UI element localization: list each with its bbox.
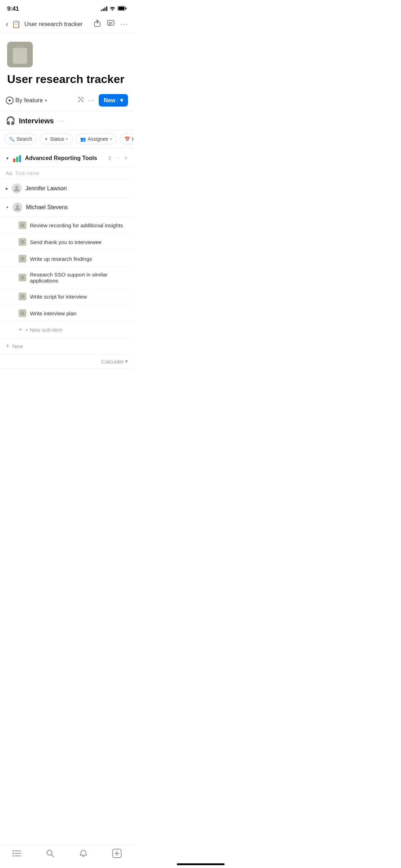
- task-checkbox[interactable]: [19, 238, 26, 246]
- assignee-filter-chip[interactable]: 👥 Assignee ▾: [76, 134, 117, 144]
- status-filter-chip[interactable]: ✦ Status ▾: [40, 134, 73, 144]
- add-sub-item-icon: +: [19, 326, 22, 334]
- calculate-button[interactable]: Calculate ▾: [101, 358, 128, 365]
- filter-bar: 🔍 Search ✦ Status ▾ 👥 Assignee ▾ 📅 Inter…: [0, 130, 134, 148]
- svg-rect-4: [108, 20, 114, 25]
- task-name: Write up research findings: [30, 256, 92, 262]
- task-checkbox-inner: [21, 223, 24, 227]
- group-more-icon[interactable]: ···: [114, 155, 121, 161]
- assignee-chevron-icon: ▾: [110, 137, 112, 141]
- person-toggle-jennifer[interactable]: ▶: [6, 187, 8, 190]
- task-row[interactable]: Review recording for additional insights: [0, 217, 134, 234]
- add-sub-item-label: + New sub-item: [25, 327, 63, 333]
- task-checkbox[interactable]: [19, 309, 26, 317]
- back-button[interactable]: ‹: [6, 20, 8, 28]
- avatar-jennifer: [12, 184, 22, 193]
- svg-rect-1: [125, 7, 127, 9]
- person-row-michael[interactable]: ▼ Michael Stevens: [0, 198, 134, 217]
- task-name: Review recording for additional insights: [30, 222, 123, 228]
- status-chevron-icon: ▾: [66, 137, 68, 141]
- task-row[interactable]: Write interview plan: [0, 305, 134, 322]
- person-row-jennifer[interactable]: ▶ Jennifer Lawson: [0, 179, 134, 198]
- options-icon[interactable]: ···: [88, 97, 95, 104]
- task-checkbox[interactable]: [19, 274, 26, 281]
- nav-bar: ‹ 📋 User research tracker ···: [0, 16, 134, 33]
- col-header-prefix: Aa: [6, 170, 12, 176]
- interv-filter-icon: 📅: [124, 136, 130, 142]
- more-button[interactable]: ···: [120, 21, 128, 28]
- search-filter-icon: 🔍: [9, 136, 15, 142]
- svg-point-10: [15, 186, 18, 189]
- group-name: Advanced Reporting Tools: [25, 155, 106, 161]
- resize-icon[interactable]: [77, 96, 84, 105]
- group-add-icon[interactable]: +: [124, 154, 128, 162]
- add-sub-item-row[interactable]: + + New sub-item: [0, 322, 134, 338]
- svg-rect-8: [16, 157, 18, 162]
- nav-right: ···: [93, 19, 128, 29]
- calculate-label: Calculate: [101, 358, 124, 365]
- clipboard-shape: [12, 45, 28, 64]
- nav-title: User research tracker: [24, 21, 82, 28]
- column-header: Aa Task name: [0, 167, 134, 179]
- new-btn-divider: [118, 98, 118, 103]
- svg-point-11: [16, 205, 19, 208]
- svg-rect-2: [118, 7, 124, 10]
- task-row[interactable]: Write script for interview: [0, 288, 134, 305]
- group-row[interactable]: ▼ Advanced Reporting Tools 2 ··· +: [0, 148, 134, 167]
- view-label: By feature: [15, 97, 43, 104]
- task-checkbox-inner: [21, 240, 24, 244]
- status-icons: [101, 6, 127, 12]
- comment-button[interactable]: [107, 19, 115, 29]
- task-row[interactable]: Research SSO support in similar applicat…: [0, 267, 134, 288]
- status-filter-label: Status: [50, 136, 64, 142]
- task-name: Write interview plan: [30, 310, 77, 316]
- task-row[interactable]: Write up research findings: [0, 250, 134, 267]
- task-name: Send thank you to interviewee: [30, 239, 102, 245]
- page-icon: [7, 42, 33, 67]
- group-count: 2: [108, 155, 111, 161]
- task-checkbox[interactable]: [19, 293, 26, 300]
- view-chevron-icon: ▾: [45, 98, 47, 103]
- task-checkbox[interactable]: [19, 255, 26, 263]
- task-checkbox-inner: [21, 276, 24, 279]
- main-content: User research tracker By feature ▾ ··· N…: [0, 33, 134, 404]
- svg-rect-9: [19, 155, 21, 162]
- search-filter-chip[interactable]: 🔍 Search: [4, 134, 37, 144]
- new-btn-chevron: ▾: [120, 97, 123, 104]
- task-checkbox[interactable]: [19, 221, 26, 229]
- headphones-icon: 🎧: [6, 116, 15, 125]
- interv-filter-label: Interv: [132, 136, 134, 142]
- add-new-icon: +: [6, 342, 10, 350]
- group-color-icon: [12, 153, 22, 163]
- new-button[interactable]: New ▾: [99, 94, 128, 107]
- interv-filter-chip[interactable]: 📅 Interv: [120, 134, 134, 144]
- group-actions: ··· +: [114, 154, 128, 162]
- svg-rect-7: [13, 159, 15, 162]
- nav-left: ‹ 📋 User research tracker: [6, 20, 83, 29]
- clipboard-body: [13, 48, 27, 64]
- person-toggle-michael[interactable]: ▼: [6, 206, 9, 209]
- view-icon: [6, 97, 14, 104]
- group-toggle-icon[interactable]: ▼: [6, 156, 9, 160]
- section-header: 🎧 Interviews ···: [0, 111, 134, 130]
- calculate-row: Calculate ▾: [0, 355, 134, 368]
- assignee-filter-icon: 👥: [80, 136, 86, 142]
- task-row[interactable]: Send thank you to interviewee: [0, 234, 134, 250]
- toolbar: By feature ▾ ··· New ▾: [0, 91, 134, 111]
- assignee-filter-label: Assignee: [88, 136, 108, 142]
- add-new-row[interactable]: + New: [0, 338, 134, 355]
- view-selector[interactable]: By feature ▾: [6, 97, 47, 104]
- nav-clipboard-icon: 📋: [12, 20, 21, 29]
- section-more-button[interactable]: ···: [57, 117, 65, 125]
- avatar-michael: [12, 202, 22, 212]
- battery-icon: [118, 6, 127, 12]
- page-header: User research tracker: [0, 33, 134, 91]
- task-checkbox-inner: [21, 295, 24, 298]
- task-name: Write script for interview: [30, 294, 87, 300]
- share-button[interactable]: [93, 19, 101, 29]
- col-header-label: Task name: [15, 170, 39, 176]
- status-filter-icon: ✦: [44, 136, 48, 142]
- task-name: Research SSO support in similar applicat…: [30, 272, 128, 284]
- calculate-chevron-icon: ▾: [125, 358, 128, 365]
- person-name-michael: Michael Stevens: [26, 204, 68, 211]
